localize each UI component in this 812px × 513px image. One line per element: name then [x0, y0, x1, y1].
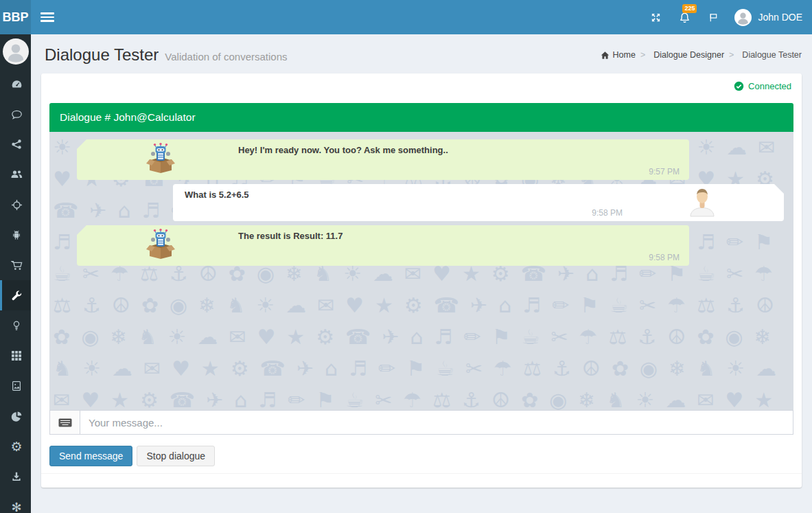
flag-icon: [708, 12, 719, 23]
sidebar-item-pie-chart[interactable]: [0, 401, 31, 431]
asterisk-icon: ✻: [11, 500, 21, 513]
user-menu[interactable]: John DOE: [728, 0, 812, 34]
message-input-group: [49, 410, 793, 435]
sidebar-user-panel[interactable]: [0, 34, 31, 69]
message-text: The result is Result: 11.7: [238, 225, 675, 241]
left-sidebar: ⚙ ✻: [0, 34, 31, 513]
sidebar-item-users[interactable]: [0, 159, 31, 190]
page-title: Dialogue Tester Validation of conversati…: [45, 45, 288, 65]
sidebar-item-gear[interactable]: ⚙: [0, 431, 31, 461]
robot-in-box-avatar: [144, 142, 177, 175]
page-title-text: Dialogue Tester: [45, 45, 159, 65]
grid-icon: [11, 350, 22, 361]
sidebar-item-download[interactable]: [0, 461, 31, 492]
action-buttons: Send message Stop dialogue: [49, 446, 793, 466]
message-input[interactable]: [80, 410, 793, 435]
chat-area: ☀☁✉♥★⚙☎✈⌂♬✏⚑☕✂☂⚖⚓☮✿◉❄♞☀☁✉♥★⚙☎✈⌂♬✏⚑☕✂☂⚖⚓☮…: [49, 132, 793, 410]
message-time: 9:57 PM: [649, 167, 680, 176]
send-message-button[interactable]: Send message: [49, 446, 132, 466]
person-avatar: [687, 187, 717, 217]
message-list: Hey! I'm ready now. You too? Ask me some…: [49, 132, 793, 266]
page-subtitle: Validation of conversations: [165, 51, 287, 62]
sidebar-item-dashboard[interactable]: [0, 69, 31, 99]
cart-icon: [11, 260, 23, 271]
notification-badge: 225: [682, 4, 697, 13]
pie-chart-icon: [11, 411, 23, 422]
keyboard-icon: [58, 418, 72, 427]
navbar-main: 225 John DOE: [31, 0, 812, 34]
comment-icon: [11, 109, 23, 120]
sidebar-item-lightbulb[interactable]: [0, 310, 31, 341]
connection-status: Connected: [41, 73, 802, 98]
connection-status-label: Connected: [748, 81, 791, 91]
chat-message-bot: The result is Result: 11.7 9:58 PM: [77, 225, 689, 266]
app-logo[interactable]: BBP: [0, 0, 31, 34]
image-file-icon: [11, 380, 22, 391]
breadcrumb-home[interactable]: Home: [601, 50, 636, 60]
home-icon: [601, 51, 610, 60]
chat-message-bot: Hey! I'm ready now. You too? Ask me some…: [77, 139, 689, 180]
breadcrumb: Home Dialogue Designer Dialogue Tester: [601, 50, 802, 60]
sidebar-item-wrench[interactable]: [0, 280, 31, 310]
box-footer: [41, 473, 802, 488]
keyboard-addon: [49, 410, 80, 435]
sidebar-item-cart[interactable]: [0, 250, 31, 280]
sidebar-item-android[interactable]: [0, 220, 31, 250]
sidebar-item-comments[interactable]: [0, 99, 31, 129]
breadcrumb-dialogue-designer[interactable]: Dialogue Designer: [636, 50, 724, 60]
sidebar-item-crosshair[interactable]: [0, 190, 31, 220]
crosshair-icon: [11, 199, 23, 211]
fullscreen-button[interactable]: [642, 0, 670, 34]
bell-icon: [679, 12, 691, 23]
dialogue-panel-header: Dialogue # John@Calculator: [49, 103, 793, 132]
sidebar-item-image[interactable]: [0, 371, 31, 401]
stop-dialogue-button[interactable]: Stop dialogue: [137, 446, 215, 466]
message-time: 9:58 PM: [649, 253, 680, 262]
sidebar-item-grid[interactable]: [0, 341, 31, 371]
wrench-icon: [11, 290, 23, 301]
dialogue-tester-box: Connected Dialogue # John@Calculator ☀☁✉…: [41, 73, 802, 488]
dashboard-icon: [11, 78, 23, 90]
main-content: Dialogue Tester Validation of conversati…: [31, 34, 812, 513]
share-icon: [11, 139, 22, 150]
navbar-right: 225 John DOE: [642, 0, 812, 34]
message-time: 9:58 PM: [592, 208, 623, 218]
expand-icon: [651, 12, 661, 23]
users-icon: [10, 169, 23, 180]
box-body: Dialogue # John@Calculator ☀☁✉♥★⚙☎✈⌂♬✏⚑☕…: [41, 98, 802, 466]
breadcrumb-dialogue-tester: Dialogue Tester: [724, 50, 802, 60]
android-icon: [11, 229, 22, 240]
user-name: John DOE: [758, 12, 802, 23]
gear-icon: ⚙: [10, 439, 22, 454]
user-avatar: [734, 9, 752, 26]
notifications-button[interactable]: 225: [670, 0, 699, 34]
message-text: Hey! I'm ready now. You too? Ask me some…: [238, 139, 675, 155]
robot-in-box-avatar: [144, 228, 177, 261]
menu-icon: [40, 12, 54, 14]
sidebar-item-asterisk[interactable]: ✻: [0, 492, 31, 513]
sidebar-item-share[interactable]: [0, 129, 31, 159]
lightbulb-icon: [11, 320, 22, 331]
user-avatar: [3, 38, 29, 65]
message-text: What is 5.2+6.5: [185, 184, 578, 200]
top-navbar: BBP 225: [0, 0, 812, 34]
content-header: Dialogue Tester Validation of conversati…: [31, 34, 812, 73]
check-circle-icon: [734, 81, 744, 91]
sidebar-toggle-button[interactable]: [31, 0, 64, 34]
flags-button[interactable]: [699, 0, 728, 34]
chat-message-user: What is 5.2+6.5 9:58 PM: [173, 184, 784, 221]
download-icon: [11, 471, 22, 482]
